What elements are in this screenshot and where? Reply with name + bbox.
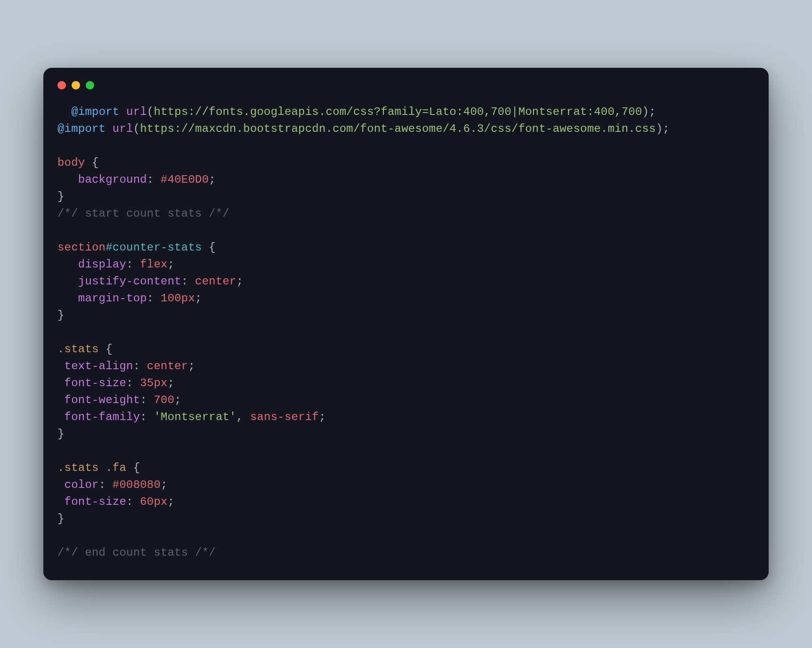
code-line: text-align: center; xyxy=(57,360,195,373)
code-line: margin-top: 100px; xyxy=(57,292,202,305)
code-editor[interactable]: @import url(https://fonts.googleapis.com… xyxy=(43,99,769,561)
code-line: @import url(https://maxcdn.bootstrapcdn.… xyxy=(57,122,670,135)
code-line: font-size: 35px; xyxy=(57,377,174,389)
window-titlebar xyxy=(43,68,769,99)
code-line: } xyxy=(57,190,65,203)
code-line: @import url(https://fonts.googleapis.com… xyxy=(57,105,656,118)
code-line: font-weight: 700; xyxy=(57,394,181,406)
code-line: color: #008080; xyxy=(57,478,168,491)
code-line: /*/ end count stats /*/ xyxy=(57,546,216,559)
code-line: font-family: 'Montserrat', sans-serif; xyxy=(57,411,326,423)
code-line: } xyxy=(57,428,65,440)
code-line: .stats { xyxy=(57,343,113,356)
code-line: } xyxy=(57,309,65,322)
code-line: display: flex; xyxy=(57,258,174,271)
minimize-icon[interactable] xyxy=(72,81,80,89)
code-line: section#counter-stats { xyxy=(57,241,216,254)
close-icon[interactable] xyxy=(57,81,66,89)
code-line: } xyxy=(57,512,65,525)
code-line: background: #40E0D0; xyxy=(57,173,216,186)
code-line: body { xyxy=(57,156,99,169)
code-line: .stats .fa { xyxy=(57,462,140,474)
code-line: justify-content: center; xyxy=(57,275,243,288)
editor-window: @import url(https://fonts.googleapis.com… xyxy=(43,68,769,580)
zoom-icon[interactable] xyxy=(86,81,94,89)
code-line: font-size: 60px; xyxy=(57,495,174,508)
code-line: /*/ start count stats /*/ xyxy=(57,207,229,220)
